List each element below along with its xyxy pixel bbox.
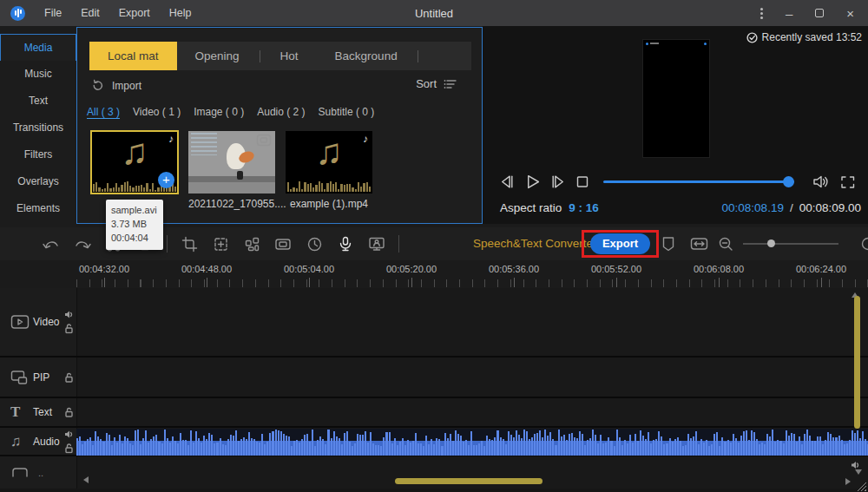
aspect-ratio-value: 9 : 16 [569, 201, 599, 214]
filter-audio[interactable]: Audio ( 2 ) [257, 106, 305, 118]
tab-background[interactable]: Background [317, 42, 416, 70]
zoom-selection-icon[interactable] [211, 234, 230, 253]
track-lock-icon[interactable] [64, 443, 74, 453]
aspect-ratio[interactable]: Aspect ratio 9 : 16 [500, 201, 599, 214]
card-mini-waveform [287, 180, 371, 192]
timeline-zoom-slider[interactable] [743, 243, 838, 245]
media-card-example-mp4[interactable]: ♫ ♪ example (1).mp4 [286, 131, 372, 210]
close-button[interactable]: × [846, 7, 854, 20]
filter-subtitle[interactable]: Subtitle ( 0 ) [319, 106, 375, 118]
file-info-tooltip: sample.avi 3.73 MB 00:04:04 [106, 200, 163, 250]
pip-track-content[interactable] [76, 358, 868, 397]
media-card-sample-avi[interactable]: ♫ ♪ + sample.avi [91, 131, 178, 210]
filter-video[interactable]: Video ( 1 ) [133, 106, 181, 118]
menu-edit[interactable]: Edit [81, 7, 100, 19]
voiceover-mic-icon[interactable] [336, 234, 355, 253]
menu-file[interactable]: File [44, 7, 62, 19]
maximize-button[interactable] [815, 9, 824, 17]
sort-list-icon [444, 78, 457, 90]
media-panel: Local mat Opening Hot Background Import … [76, 27, 483, 224]
speech-text-converter-button[interactable]: Speech&Text Converter [473, 237, 597, 250]
fullscreen-icon[interactable] [840, 175, 855, 189]
freeze-frame-icon[interactable] [273, 234, 293, 253]
scroll-right-arrow[interactable] [845, 478, 854, 485]
zoom-out-icon[interactable] [718, 236, 733, 252]
marker-icon[interactable] [661, 236, 675, 253]
sort-control[interactable]: Sort [416, 77, 457, 90]
ruler-label: 00:05:52.00 [577, 264, 655, 274]
playback-progress-slider[interactable] [603, 180, 794, 183]
filter-image[interactable]: Image ( 0 ) [194, 106, 244, 118]
scroll-down-arrow[interactable] [855, 469, 862, 478]
add-to-timeline-button[interactable]: + [158, 172, 174, 188]
window-controls: – × [760, 0, 868, 26]
previous-frame-button[interactable] [498, 174, 516, 190]
horizontal-scrollbar[interactable] [395, 478, 542, 484]
sidebar-item-overlays[interactable]: Overlays [0, 168, 76, 195]
undo-icon[interactable] [42, 234, 61, 253]
vertical-scrollbar[interactable] [854, 296, 860, 429]
track-lock-icon[interactable] [64, 407, 74, 417]
track-mute-icon[interactable] [64, 311, 74, 319]
audio-track-icon: ♫ [10, 433, 22, 450]
stop-button[interactable] [575, 174, 590, 190]
redo-icon[interactable] [73, 234, 92, 253]
zoom-slider-handle[interactable] [767, 239, 775, 247]
tab-opening[interactable]: Opening [177, 42, 258, 70]
volume-icon[interactable] [812, 174, 831, 190]
track-mute-icon[interactable] [851, 461, 860, 469]
pip-track[interactable]: PIP [0, 358, 868, 398]
sidebar-item-text[interactable]: Text [0, 88, 76, 115]
zoom-in-icon[interactable] [860, 236, 868, 252]
track-label: Video [33, 316, 59, 328]
sidebar-item-filters[interactable]: Filters [0, 141, 76, 168]
track-lock-icon[interactable] [64, 372, 74, 383]
mosaic-icon[interactable] [242, 234, 261, 253]
text-track-content[interactable] [76, 398, 868, 426]
menu-export[interactable]: Export [119, 7, 150, 19]
video-thumbnail[interactable] [188, 131, 275, 194]
timeline-ruler[interactable]: 00:04:32.00 00:04:48.00 00:05:04.00 00:0… [0, 260, 868, 288]
toolbar-separator [398, 235, 399, 253]
video-preview-screen[interactable] [642, 39, 710, 158]
crop-icon[interactable] [180, 234, 199, 253]
partial-track-icon [11, 467, 29, 477]
toolbar-separator [167, 235, 168, 253]
scroll-left-arrow[interactable] [80, 476, 89, 483]
video-track[interactable]: Video [0, 288, 868, 358]
sidebar-item-elements[interactable]: Elements [0, 195, 76, 222]
media-card-video[interactable]: 20211022_170955.... [188, 131, 275, 210]
play-button[interactable] [523, 174, 542, 190]
sidebar-item-media[interactable]: Media [0, 34, 76, 61]
track-mute-icon[interactable] [64, 430, 74, 438]
current-time: 00:08:08.19 [722, 201, 784, 214]
titlebar: File Edit Export Help Untitled – × [0, 0, 868, 26]
sidebar-item-transitions[interactable]: Transitions [0, 115, 76, 141]
tab-hot[interactable]: Hot [262, 42, 317, 70]
tab-local-material[interactable]: Local mat [89, 42, 177, 70]
ruler-label: 00:05:20.00 [372, 264, 450, 274]
fit-timeline-icon[interactable] [690, 236, 708, 252]
audio-track[interactable]: ♫ Audio [0, 428, 868, 456]
export-button[interactable]: Export [590, 233, 650, 254]
next-frame-button[interactable] [549, 174, 567, 190]
track-lock-icon[interactable] [64, 324, 74, 334]
video-track-content[interactable] [76, 288, 868, 356]
audio-thumbnail[interactable]: ♫ ♪ + [91, 131, 178, 194]
menu-help[interactable]: Help [169, 7, 192, 19]
audio-clip[interactable] [76, 429, 868, 456]
more-options-icon[interactable] [760, 12, 763, 15]
progress-handle[interactable] [783, 176, 794, 187]
media-filter-row: All ( 3 ) Video ( 1 ) Image ( 0 ) Audio … [87, 106, 374, 118]
sidebar-item-music[interactable]: Music [0, 61, 76, 88]
audio-type-badge-icon: ♪ [363, 133, 368, 145]
text-track[interactable]: T Text [0, 398, 868, 428]
import-button[interactable]: Import [91, 79, 141, 92]
minimize-button[interactable]: – [786, 7, 792, 20]
save-status: Recently saved 13:52 [746, 31, 862, 43]
filter-all[interactable]: All ( 3 ) [87, 106, 120, 118]
media-tabs: Local mat Opening Hot Background [89, 42, 471, 70]
screen-record-icon[interactable] [367, 234, 386, 253]
duration-icon[interactable] [305, 234, 324, 253]
audio-thumbnail[interactable]: ♫ ♪ [286, 131, 372, 194]
